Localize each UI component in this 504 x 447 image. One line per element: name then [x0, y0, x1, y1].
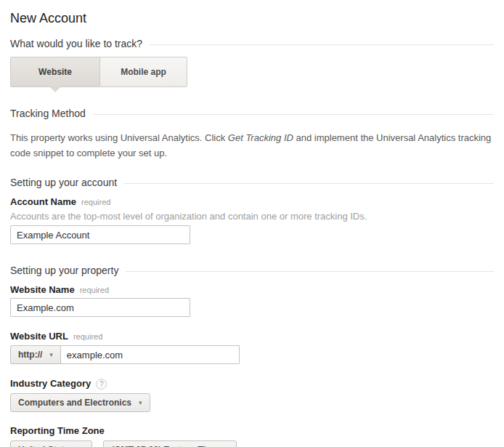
tracking-method-description: This property works using Universal Anal…	[10, 130, 494, 161]
country-dropdown[interactable]: United States ▾	[10, 440, 92, 447]
website-name-label-row: Website Name required	[10, 284, 494, 295]
heading-rule	[150, 44, 494, 45]
account-name-helper: Accounts are the top-most level of organ…	[10, 211, 494, 222]
tracking-method-text: Tracking Method	[10, 108, 86, 119]
help-icon[interactable]: ?	[96, 379, 107, 390]
property-section-text: Setting up your property	[10, 265, 118, 276]
page-title: New Account	[10, 11, 494, 26]
website-url-required-tag: required	[73, 332, 102, 341]
protocol-dropdown[interactable]: http:// ▾	[10, 345, 61, 364]
chevron-down-icon: ▾	[139, 400, 142, 406]
website-url-input[interactable]	[60, 345, 240, 364]
tracking-method-heading: Tracking Method	[10, 108, 494, 119]
time-zone-dropdown[interactable]: (GMT-05:00) Eastern Time ▾	[103, 440, 237, 447]
chevron-down-icon: ▾	[49, 352, 53, 358]
website-url-label: Website URL	[10, 331, 68, 342]
reporting-time-zone-label: Reporting Time Zone	[10, 425, 105, 436]
account-name-label-row: Account Name required	[10, 196, 494, 207]
track-question-text: What would you like to track?	[10, 38, 142, 49]
account-section-heading: Setting up your account	[10, 177, 494, 188]
track-type-tabs: Website Mobile app	[10, 57, 494, 87]
account-name-required-tag: required	[81, 198, 110, 206]
tab-mobile-app[interactable]: Mobile app	[100, 57, 187, 87]
account-name-input[interactable]	[10, 225, 190, 244]
heading-rule	[93, 114, 494, 115]
new-account-page: New Account What would you like to track…	[0, 0, 504, 447]
industry-category-label-row: Industry Category ?	[10, 378, 494, 390]
track-question-heading: What would you like to track?	[10, 38, 494, 49]
industry-category-value: Computers and Electronics	[18, 398, 131, 408]
protocol-dropdown-value: http://	[18, 350, 42, 360]
website-name-label: Website Name	[10, 284, 75, 295]
industry-category-label: Industry Category	[10, 378, 91, 389]
account-name-label: Account Name	[10, 196, 76, 207]
industry-category-dropdown[interactable]: Computers and Electronics ▾	[10, 393, 150, 412]
heading-rule	[124, 183, 494, 184]
website-url-row: http:// ▾	[10, 345, 494, 364]
property-section-heading: Setting up your property	[10, 265, 494, 276]
website-name-input[interactable]	[10, 298, 190, 317]
get-tracking-id-emphasis: Get Tracking ID	[228, 132, 293, 143]
description-part-before: This property works using Universal Anal…	[10, 132, 228, 143]
tab-website[interactable]: Website	[10, 57, 100, 87]
account-section-text: Setting up your account	[10, 177, 117, 188]
website-url-label-row: Website URL required	[10, 331, 494, 342]
reporting-time-zone-label-row: Reporting Time Zone	[10, 425, 494, 436]
reporting-time-zone-row: United States ▾ (GMT-05:00) Eastern Time…	[10, 440, 494, 447]
industry-category-row: Computers and Electronics ▾	[10, 393, 494, 412]
website-name-required-tag: required	[80, 286, 109, 294]
heading-rule	[126, 271, 494, 272]
